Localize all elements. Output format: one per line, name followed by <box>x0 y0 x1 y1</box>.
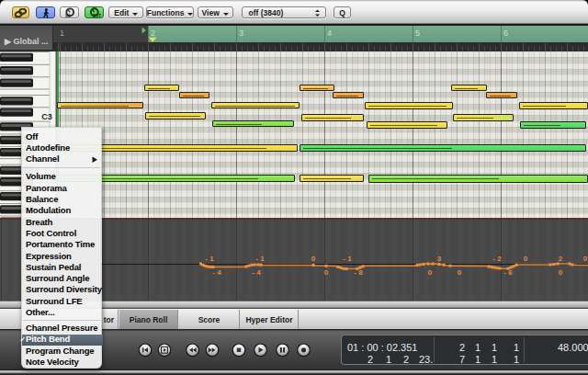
svg-text:- 1: - 1 <box>255 255 265 263</box>
svg-text:2: 2 <box>559 255 563 263</box>
svg-text:0: 0 <box>428 268 433 277</box>
svg-text:0: 0 <box>559 268 563 277</box>
svg-text:- 2: - 2 <box>492 255 502 263</box>
svg-text:C3: C3 <box>41 112 52 121</box>
svg-text:- 8: - 8 <box>354 268 363 277</box>
svg-text:- 4: - 4 <box>212 268 221 277</box>
svg-text:0: 0 <box>583 255 588 263</box>
svg-text:0: 0 <box>458 268 462 277</box>
svg-text:- 1: - 1 <box>205 255 214 263</box>
svg-text:- 4: - 4 <box>252 268 261 277</box>
svg-text:0: 0 <box>311 255 316 263</box>
svg-text:IN: IN <box>65 13 70 18</box>
svg-text:0: 0 <box>324 268 329 277</box>
svg-text:3: 3 <box>437 255 442 263</box>
svg-text:OUT: OUT <box>92 14 101 18</box>
svg-text:0: 0 <box>524 255 528 263</box>
svg-text:- 1: - 1 <box>343 255 352 263</box>
svg-text:- 6: - 6 <box>503 268 513 277</box>
